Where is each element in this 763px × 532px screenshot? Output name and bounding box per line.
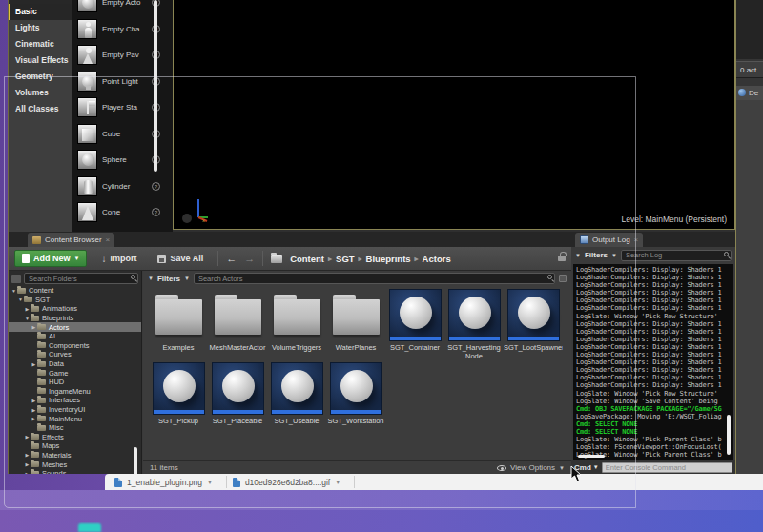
cmd-dropdown[interactable]: Cmd ▼: [574, 463, 599, 472]
expander-icon[interactable]: [24, 306, 31, 312]
folder-tree-row[interactable]: Blueprints: [9, 314, 141, 323]
downloaded-file-chip[interactable]: d10ed926e6d2ba8....gif ▼: [233, 478, 348, 487]
folder-tree-row[interactable]: MainMenu: [9, 414, 141, 423]
place-actors-item[interactable]: Empty Pav ?: [72, 42, 166, 69]
output-log-tab[interactable]: Output Log ×: [575, 233, 643, 247]
folder-tree-row[interactable]: Content: [9, 286, 141, 296]
place-actors-category[interactable]: Volumes: [9, 85, 72, 101]
downloaded-file-chip[interactable]: 1_enable_plugin.png ▼: [114, 478, 220, 487]
asset-tile[interactable]: MeshMasterActor: [208, 289, 267, 360]
asset-tile[interactable]: WaterPlanes: [326, 289, 385, 360]
asset-tile[interactable]: SGT_Pickup: [149, 362, 208, 426]
folder-tree-row[interactable]: Actors: [9, 322, 141, 332]
expander-icon[interactable]: [24, 452, 31, 458]
folder-tree-row[interactable]: Meshes: [9, 460, 141, 469]
log-message-area[interactable]: LogShaderCompilers: Display: Shaders 1 L…: [573, 264, 733, 460]
level-viewport[interactable]: x Level: MainMenu (Persistent): [173, 0, 735, 230]
folder-tree-row[interactable]: Curves: [9, 350, 141, 359]
place-actors-category[interactable]: Visual Effects: [9, 52, 72, 69]
folder-tree-row[interactable]: Components: [9, 341, 141, 351]
folder-tree-row[interactable]: Interfaces: [9, 396, 141, 405]
drag-handle-icon[interactable]: ?: [152, 208, 160, 216]
expander-icon[interactable]: [24, 461, 31, 467]
asset-thumbnail: [212, 289, 264, 341]
folder-tree-row[interactable]: Game: [9, 368, 141, 378]
import-button[interactable]: ↓ Import: [94, 250, 143, 267]
folder-tree-row[interactable]: Materials: [9, 451, 141, 460]
asset-tile[interactable]: SGT_Placeable: [208, 362, 267, 426]
place-actors-item[interactable]: Sphere ?: [72, 147, 166, 174]
actor-label: Cube: [102, 130, 152, 138]
folder-tree-row[interactable]: AI: [9, 332, 141, 341]
save-all-button[interactable]: Save All: [151, 250, 210, 267]
sources-toggle-icon[interactable]: [11, 275, 21, 283]
place-actors-scrollbar[interactable]: [154, 0, 157, 172]
tree-scrollbar[interactable]: [134, 447, 137, 474]
expander-icon[interactable]: [31, 324, 37, 330]
add-new-button[interactable]: Add New ▼: [14, 250, 87, 267]
close-icon[interactable]: ×: [106, 236, 111, 244]
folder-tree-row[interactable]: Data: [9, 359, 141, 369]
chevron-down-icon[interactable]: ▼: [207, 480, 213, 485]
breadcrumb-item[interactable]: SGT: [336, 254, 362, 264]
breadcrumb-item[interactable]: Content: [290, 254, 332, 264]
folder-tree-row[interactable]: InventoryUI: [9, 405, 141, 415]
folder-tree-row[interactable]: Maps: [9, 441, 141, 451]
expander-icon[interactable]: [31, 407, 37, 413]
asset-tile[interactable]: VolumeTriggers: [267, 289, 326, 360]
asset-tile[interactable]: SGT_Useable: [267, 362, 326, 426]
expander-icon[interactable]: [31, 361, 37, 367]
forward-button[interactable]: →: [244, 253, 255, 264]
expander-icon[interactable]: [24, 316, 31, 321]
place-actors-item[interactable]: Cylinder ?: [72, 174, 166, 200]
breadcrumb-item[interactable]: Actors: [423, 254, 451, 264]
folder-tree-row[interactable]: Misc: [9, 423, 141, 433]
place-actors-category[interactable]: Basic: [9, 4, 72, 20]
place-actors-category[interactable]: Geometry: [9, 69, 72, 85]
folder-tree-row[interactable]: IngameMenu: [9, 387, 141, 397]
content-browser-tab[interactable]: Content Browser ×: [28, 233, 114, 247]
back-button[interactable]: ←: [226, 253, 237, 264]
place-actors-item[interactable]: Point Light ?: [72, 69, 166, 95]
expander-icon[interactable]: [17, 297, 24, 302]
place-actors-item[interactable]: Cube ?: [72, 121, 166, 148]
asset-tile[interactable]: SGT_LootSpawner: [504, 289, 563, 360]
expander-icon[interactable]: [24, 471, 31, 474]
expander-icon[interactable]: [31, 416, 37, 421]
details-tab[interactable]: De: [736, 86, 763, 100]
log-line: Cmd: SELECT NONE: [576, 420, 733, 428]
place-actors-category[interactable]: Cinematic: [9, 36, 72, 52]
asset-tile[interactable]: SGT_Container: [385, 289, 444, 360]
place-actors-category[interactable]: All Classes: [9, 101, 72, 117]
folder-tree-row[interactable]: SGT: [9, 296, 141, 305]
asset-tile[interactable]: Examples: [149, 289, 208, 360]
asset-tile[interactable]: SGT_Harvesting Node: [444, 289, 504, 360]
search-assets-input[interactable]: [194, 273, 555, 284]
save-search-icon[interactable]: [559, 275, 567, 282]
search-log-input[interactable]: [621, 250, 732, 261]
log-filters-button[interactable]: Filters: [585, 251, 608, 259]
breadcrumb-item[interactable]: Blueprints: [366, 254, 419, 264]
search-folders-input[interactable]: [24, 273, 138, 284]
place-actors-item[interactable]: Empty Cha ?: [72, 16, 166, 43]
place-actors-item[interactable]: Player Sta ?: [72, 94, 166, 121]
console-command-input[interactable]: [602, 462, 732, 473]
folder-tree-row[interactable]: Animations: [9, 304, 141, 314]
filters-button[interactable]: Filters: [157, 275, 180, 283]
place-actors-item[interactable]: Empty Acto ?: [72, 0, 166, 16]
folder-tree-row[interactable]: HUD: [9, 378, 141, 387]
place-actors-item[interactable]: Cone ?: [72, 199, 166, 226]
log-horizontal-scrollbar[interactable]: [578, 455, 605, 458]
lock-icon[interactable]: [558, 256, 566, 261]
close-icon[interactable]: ×: [634, 236, 639, 244]
folder-tree-row[interactable]: Effects: [9, 433, 141, 442]
drag-handle-icon[interactable]: ?: [152, 182, 160, 191]
expander-icon[interactable]: [24, 434, 31, 440]
chevron-down-icon[interactable]: ▼: [335, 480, 340, 485]
place-actors-category[interactable]: Lights: [9, 20, 72, 36]
log-vertical-scrollbar[interactable]: [727, 415, 731, 455]
asset-tile[interactable]: SGT_Workstation: [326, 362, 385, 426]
expander-icon[interactable]: [10, 288, 17, 294]
expander-icon[interactable]: [31, 398, 37, 403]
view-options-button[interactable]: View Options ▼: [497, 463, 565, 472]
